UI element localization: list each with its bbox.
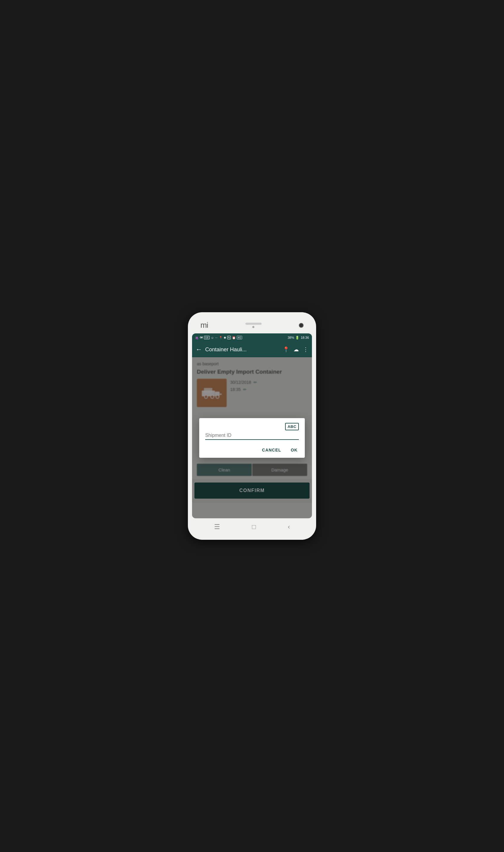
brand-logo: mi: [200, 321, 208, 330]
camera-dot: [299, 323, 304, 328]
dialog-input-row: [205, 433, 299, 440]
location-timer-icon[interactable]: 📍: [283, 346, 289, 353]
nav-home-icon[interactable]: □: [252, 523, 256, 531]
status-icon-face: ☺: [211, 336, 214, 339]
toolbar-icons: 📍 ☁ ⋮: [283, 346, 308, 353]
dialog-overlay: ABC CANCEL OK: [192, 357, 312, 518]
sensor-dot: [252, 326, 254, 328]
nav-back-icon[interactable]: ‹: [288, 523, 290, 531]
phone-device: mi 🍇 🗺 GE ☺ ··· 📍 ✱ N ⏰ 4G 38%: [188, 312, 316, 540]
dialog-box: ABC CANCEL OK: [199, 418, 305, 458]
dialog-top: ABC: [205, 423, 299, 430]
toolbar-title: Container Hauli...: [205, 346, 280, 353]
phone-screen: 🍇 🗺 GE ☺ ··· 📍 ✱ N ⏰ 4G 38% 🔋 18:36 ← Co…: [192, 333, 312, 518]
phone-bottom-nav: ☰ □ ‹: [192, 518, 312, 533]
status-bar: 🍇 🗺 GE ☺ ··· 📍 ✱ N ⏰ 4G 38% 🔋 18:36: [192, 333, 312, 342]
phone-top-bar: mi: [192, 319, 312, 333]
status-icon-signal: 4G: [237, 336, 242, 339]
dialog-cancel-button[interactable]: CANCEL: [261, 446, 283, 454]
status-icon-nfc: N: [227, 336, 231, 339]
status-icon-location: 📍: [219, 336, 222, 339]
top-sensors: [246, 323, 262, 328]
status-icon-map: 🗺: [200, 336, 203, 339]
shipment-id-input[interactable]: [205, 433, 299, 438]
dialog-ok-button[interactable]: OK: [290, 446, 299, 454]
more-options-icon[interactable]: ⋮: [303, 346, 308, 353]
status-icon-alarm: ⏰: [232, 336, 236, 339]
status-icon-bluetooth: ✱: [224, 336, 226, 339]
status-right-info: 38% 🔋 18:36: [287, 336, 309, 340]
status-icon-ge: GE: [204, 336, 210, 339]
app-toolbar: ← Container Hauli... 📍 ☁ ⋮: [192, 342, 312, 357]
nav-menu-icon[interactable]: ☰: [214, 523, 220, 531]
back-button[interactable]: ←: [196, 346, 202, 353]
status-left-icons: 🍇 🗺 GE ☺ ··· 📍 ✱ N ⏰ 4G: [195, 336, 242, 339]
abc-scanner-button[interactable]: ABC: [285, 423, 299, 430]
clock-time: 18:36: [301, 336, 309, 339]
status-icon-dots: ···: [215, 336, 217, 339]
status-icon-grape: 🍇: [195, 336, 199, 339]
dialog-actions: CANCEL OK: [205, 446, 299, 454]
main-content: as baseport Deliver Empty Import Contain…: [192, 357, 312, 518]
battery-icon: 🔋: [295, 336, 300, 340]
cloud-upload-icon[interactable]: ☁: [293, 346, 299, 353]
speaker-slot: [246, 323, 262, 325]
battery-percent: 38%: [287, 336, 294, 339]
